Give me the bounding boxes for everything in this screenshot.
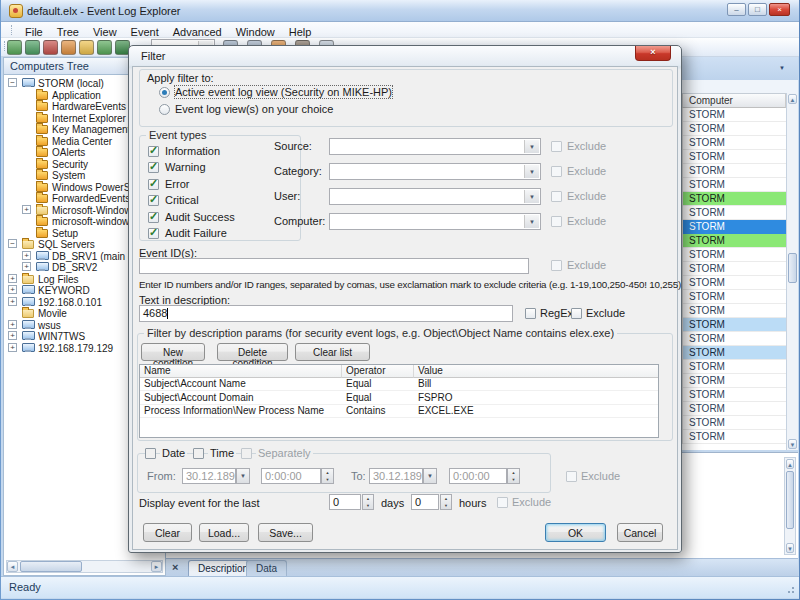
separately-checkbox[interactable]	[241, 448, 252, 459]
scroll-left-icon[interactable]: ◄	[7, 561, 18, 572]
to-time-spinner[interactable]: ▲▼	[507, 468, 520, 484]
tree-item-label[interactable]: wsus	[38, 320, 61, 331]
event-type-checkbox-warning[interactable]	[148, 162, 159, 173]
title-bar[interactable]: default.elx - Event Log Explorer – □ ×	[1, 0, 799, 22]
tree-item-label[interactable]: Setup	[52, 228, 78, 239]
display-last-exclude-checkbox[interactable]	[497, 497, 508, 508]
tree-item-label[interactable]: 192.168.0.101	[38, 297, 102, 308]
tree-item-label[interactable]: SQL Servers	[38, 239, 95, 250]
computer-combo[interactable]: ▼	[329, 213, 541, 230]
menu-item-window[interactable]: Window	[229, 25, 282, 39]
tree-item-label[interactable]: Movile	[38, 308, 67, 319]
minimize-button[interactable]: –	[727, 3, 746, 16]
event-row[interactable]: STORM	[683, 248, 786, 262]
chevron-down-icon[interactable]: ▼	[524, 190, 539, 203]
tree-item-label[interactable]: DB_SRV2	[52, 262, 97, 273]
event-row[interactable]: STORM	[683, 318, 786, 332]
clear-list-button[interactable]: Clear list	[295, 343, 370, 361]
open-log-file-icon[interactable]	[7, 40, 22, 55]
event-row[interactable]: STORM	[683, 108, 786, 122]
open-remote-log-icon[interactable]	[25, 40, 40, 55]
hours-spinner[interactable]: ▲▼	[440, 494, 452, 510]
from-date-dropdown-icon[interactable]: ▼	[236, 468, 250, 484]
from-time-spinner[interactable]: ▲▼	[321, 468, 334, 484]
event-row[interactable]: STORM	[683, 430, 786, 444]
radio-active-view[interactable]	[159, 87, 170, 98]
event-type-checkbox-audit-success[interactable]	[148, 212, 159, 223]
tree-item-label[interactable]: KEYWORD	[38, 285, 90, 296]
source-combo[interactable]: ▼	[329, 138, 541, 155]
condition-row[interactable]: Process Information\New Process NameCont…	[140, 405, 658, 418]
event-row[interactable]: STORM	[683, 234, 786, 248]
tree-item-label[interactable]: Microsoft-Windows	[52, 205, 136, 216]
event-row[interactable]: STORM	[683, 122, 786, 136]
open-file-icon[interactable]	[61, 40, 76, 55]
tree-item-label[interactable]: OAlerts	[52, 147, 85, 158]
menu-item-file[interactable]: File	[18, 25, 50, 39]
chevron-down-icon[interactable]: ▼	[524, 140, 539, 153]
expander-icon[interactable]: +	[8, 285, 17, 294]
column-value[interactable]: Value	[414, 365, 658, 378]
event-ids-input[interactable]	[139, 258, 529, 274]
scroll-down-icon[interactable]: ▼	[788, 439, 797, 449]
expander-icon[interactable]: +	[8, 297, 17, 306]
resize-grip[interactable]	[785, 584, 795, 594]
dialog-close-button[interactable]: ×	[635, 46, 671, 61]
tree-item-label[interactable]: Media Center	[52, 136, 112, 147]
expander-icon[interactable]: +	[8, 331, 17, 340]
date-checkbox[interactable]	[145, 448, 156, 459]
ok-button[interactable]: OK	[545, 523, 606, 542]
tree-item-label[interactable]: STORM (local)	[38, 78, 104, 89]
to-date-dropdown-icon[interactable]: ▼	[423, 468, 437, 484]
time-checkbox[interactable]	[193, 448, 204, 459]
days-input[interactable]: 0	[329, 494, 361, 510]
event-row[interactable]: STORM	[683, 192, 786, 206]
column-name[interactable]: Name	[140, 365, 342, 378]
tree-item-label[interactable]: System	[52, 170, 85, 181]
radio-views-choice[interactable]	[159, 104, 170, 115]
menu-item-event[interactable]: Event	[124, 25, 166, 39]
event-row[interactable]: STORM	[683, 402, 786, 416]
event-row[interactable]: STORM	[683, 276, 786, 290]
event-row[interactable]: STORM	[683, 262, 786, 276]
computer-exclude-checkbox[interactable]	[551, 216, 562, 227]
scroll-down-icon[interactable]: ▼	[786, 543, 794, 553]
event-type-checkbox-audit-failure[interactable]	[148, 228, 159, 239]
close-button[interactable]: ×	[769, 3, 790, 16]
category-combo[interactable]: ▼	[329, 163, 541, 180]
event-type-checkbox-information[interactable]	[148, 146, 159, 157]
description-vertical-scrollbar[interactable]: ▲ ▼	[784, 457, 796, 555]
chevron-down-icon[interactable]: ▼	[524, 215, 539, 228]
to-time-input[interactable]: 0:00:00	[449, 468, 507, 484]
menu-item-advanced[interactable]: Advanced	[166, 25, 229, 39]
expander-icon[interactable]: −	[8, 239, 17, 248]
expander-icon[interactable]: +	[22, 205, 31, 214]
from-date-input[interactable]: 30.12.1899	[182, 468, 236, 484]
tree-item-label[interactable]: HardwareEvents	[52, 101, 126, 112]
event-type-checkbox-error[interactable]	[148, 179, 159, 190]
event-row[interactable]: STORM	[683, 346, 786, 360]
tree-item-label[interactable]: Security	[52, 159, 88, 170]
days-spinner[interactable]: ▲▼	[362, 494, 374, 510]
close-log-icon[interactable]	[43, 40, 58, 55]
event-list-vertical-scrollbar[interactable]: ▲ ▼	[786, 93, 798, 450]
event-ids-exclude-checkbox[interactable]	[551, 260, 562, 271]
user-combo[interactable]: ▼	[329, 188, 541, 205]
tree-item-label[interactable]: Internet Explorer	[52, 113, 126, 124]
scrollbar-thumb[interactable]	[20, 561, 82, 572]
event-row[interactable]: STORM	[683, 164, 786, 178]
clear-button[interactable]: Clear	[143, 523, 192, 542]
event-row[interactable]: STORM	[683, 388, 786, 402]
condition-row[interactable]: Subject\Account NameEqualBill	[140, 378, 658, 391]
scrollbar-thumb[interactable]	[786, 471, 794, 529]
tree-item-label[interactable]: ForwardedEvents	[52, 193, 130, 204]
menu-item-view[interactable]: View	[86, 25, 124, 39]
event-row[interactable]: STORM	[683, 416, 786, 430]
tree-item-label[interactable]: Log Files	[38, 274, 79, 285]
event-row[interactable]: STORM	[683, 220, 786, 234]
load-button[interactable]: Load...	[199, 523, 249, 542]
event-type-checkbox-critical[interactable]	[148, 195, 159, 206]
expander-icon[interactable]: +	[8, 343, 17, 352]
event-row[interactable]: STORM	[683, 332, 786, 346]
chevron-down-icon[interactable]: ▼	[772, 61, 792, 76]
